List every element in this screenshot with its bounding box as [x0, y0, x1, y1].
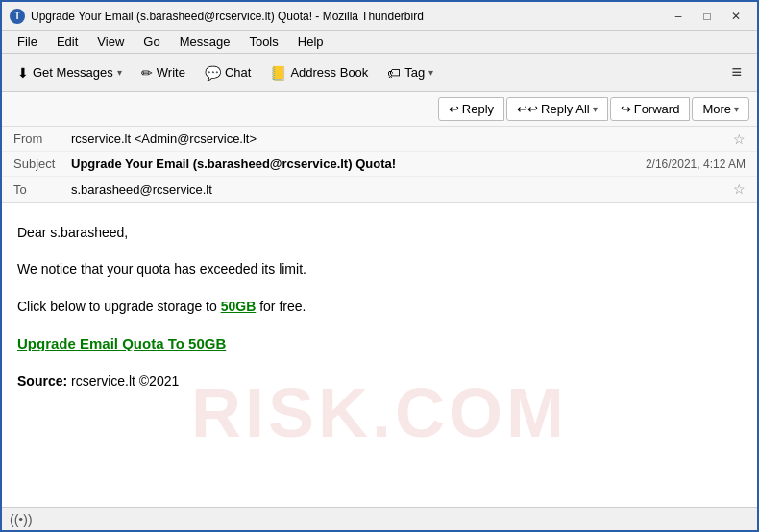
tag-button[interactable]: 🏷 Tag ▾: [380, 61, 441, 85]
status-bar: ((•)): [2, 507, 757, 530]
main-window: T Upgrade Your Email (s.barasheed@rcserv…: [0, 0, 759, 532]
window-controls: – □ ✕: [665, 7, 749, 26]
storage-link[interactable]: 50GB: [221, 299, 257, 314]
menu-view[interactable]: View: [89, 33, 132, 51]
from-label: From: [13, 132, 71, 146]
chat-icon: 💬: [205, 65, 221, 81]
email-to-row: To s.barasheed@rcservice.lt ☆: [2, 177, 757, 202]
app-icon: T: [10, 9, 25, 24]
chat-button[interactable]: 💬 Chat: [197, 61, 258, 85]
minimize-button[interactable]: –: [665, 7, 692, 26]
email-body: Dear s.barasheed, We notice that your qu…: [2, 203, 757, 507]
tag-dropdown-arrow: ▾: [428, 67, 433, 78]
para2-before: Click below to upgrade storage to: [17, 299, 221, 314]
email-subject-row: Subject Upgrade Your Email (s.barasheed@…: [2, 152, 757, 177]
source-label: Source:: [17, 374, 67, 389]
email-greeting: Dear s.barasheed,: [17, 222, 742, 243]
title-bar: T Upgrade Your Email (s.barasheed@rcserv…: [2, 2, 757, 31]
upgrade-link[interactable]: Upgrade Email Quota To 50GB: [17, 332, 742, 355]
subject-label: Subject: [13, 157, 71, 171]
para2-after: for free.: [256, 299, 306, 314]
forward-icon: ↪: [621, 102, 631, 116]
menu-file[interactable]: File: [10, 33, 45, 51]
title-bar-left: T Upgrade Your Email (s.barasheed@rcserv…: [10, 9, 424, 24]
more-dropdown-arrow: ▾: [734, 104, 739, 114]
maximize-button[interactable]: □: [694, 7, 721, 26]
email-para1: We notice that your quota has exceeded i…: [17, 258, 742, 279]
reply-button[interactable]: ↩ Reply: [438, 97, 504, 121]
to-value: s.barasheed@rcservice.lt: [71, 182, 729, 197]
write-button[interactable]: ✏ Write: [134, 61, 193, 85]
forward-button[interactable]: ↪ Forward: [610, 97, 691, 121]
source-value: rcservice.lt ©2021: [71, 374, 179, 389]
subject-value: Upgrade Your Email (s.barasheed@rcservic…: [71, 157, 646, 171]
reply-all-button[interactable]: ↩↩ Reply All ▾: [506, 97, 608, 121]
to-label: To: [13, 182, 71, 197]
get-messages-icon: ⬇: [17, 65, 29, 81]
reply-icon: ↩: [449, 102, 459, 116]
source-line: Source: rcservice.lt ©2021: [17, 371, 742, 392]
status-icon: ((•)): [10, 512, 33, 527]
menu-message[interactable]: Message: [172, 33, 238, 51]
email-header: From rcservice.lt <Admin@rcservice.lt> ☆…: [2, 127, 757, 203]
from-star-icon[interactable]: ☆: [733, 132, 746, 147]
to-star-icon[interactable]: ☆: [733, 181, 746, 197]
from-value: rcservice.lt <Admin@rcservice.lt>: [71, 132, 729, 146]
more-button[interactable]: More ▾: [692, 97, 749, 121]
window-title: Upgrade Your Email (s.barasheed@rcservic…: [31, 10, 424, 23]
email-from-row: From rcservice.lt <Admin@rcservice.lt> ☆: [2, 127, 757, 152]
menu-edit[interactable]: Edit: [49, 33, 86, 51]
email-para2: Click below to upgrade storage to 50GB f…: [17, 296, 742, 317]
tag-icon: 🏷: [387, 65, 401, 81]
write-icon: ✏: [141, 65, 153, 81]
address-book-button[interactable]: 📒 Address Book: [262, 61, 376, 85]
reply-all-dropdown-arrow: ▾: [593, 104, 598, 114]
email-date: 2/16/2021, 4:12 AM: [646, 157, 746, 171]
toolbar: ⬇ Get Messages ▾ ✏ Write 💬 Chat 📒 Addres…: [2, 54, 757, 92]
get-messages-dropdown-arrow: ▾: [117, 67, 122, 78]
action-toolbar: ↩ Reply ↩↩ Reply All ▾ ↪ Forward More ▾: [2, 92, 757, 127]
hamburger-menu-button[interactable]: ≡: [723, 59, 749, 86]
get-messages-button[interactable]: ⬇ Get Messages ▾: [10, 61, 130, 85]
address-book-icon: 📒: [270, 65, 286, 81]
menu-bar: File Edit View Go Message Tools Help: [2, 31, 757, 54]
menu-tools[interactable]: Tools: [241, 33, 285, 51]
menu-help[interactable]: Help: [290, 33, 331, 51]
reply-all-icon: ↩↩: [517, 102, 538, 116]
menu-go[interactable]: Go: [135, 33, 167, 51]
close-button[interactable]: ✕: [722, 7, 749, 26]
